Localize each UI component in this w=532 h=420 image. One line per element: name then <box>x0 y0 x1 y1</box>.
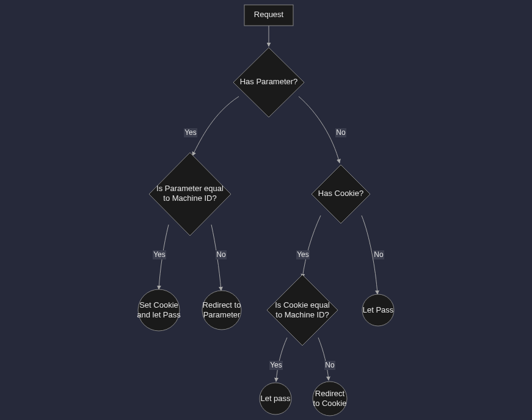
svg-text:Is Parameter equal: Is Parameter equal <box>156 184 224 193</box>
svg-text:to Machine ID?: to Machine ID? <box>275 310 329 319</box>
svg-text:and let Pass: and let Pass <box>137 310 181 319</box>
svg-text:Let pass: Let pass <box>260 394 291 403</box>
edge-hasparameter-no <box>299 96 340 163</box>
edge-cookieequal-yes <box>276 338 287 382</box>
node-set-cookie-and-let-pass: Set Cookie and let Pass <box>137 289 181 331</box>
node-redirect-to-parameter: Redirect to Parameter <box>202 291 241 330</box>
label-paramequal-yes: Yes <box>153 250 166 259</box>
svg-text:Let Pass: Let Pass <box>363 305 394 314</box>
svg-text:to Machine ID?: to Machine ID? <box>163 194 216 203</box>
svg-text:Request: Request <box>254 10 284 19</box>
svg-text:to Cookie: to Cookie <box>313 399 347 408</box>
node-request: Request <box>244 5 293 26</box>
label-cookieequal-yes: Yes <box>270 361 282 369</box>
edge-cookieequal-no <box>318 338 329 380</box>
edge-hascookie-yes <box>302 215 321 278</box>
svg-text:Set Cookie: Set Cookie <box>139 300 178 310</box>
node-redirect-to-cookie: Redirect to Cookie <box>313 382 347 416</box>
svg-text:Has Cookie?: Has Cookie? <box>318 189 363 198</box>
node-let-pass-bottom: Let pass <box>260 383 291 415</box>
label-hasparameter-no: No <box>336 128 346 137</box>
label-cookieequal-no: No <box>325 361 335 369</box>
label-paramequal-no: No <box>216 250 226 259</box>
svg-text:Parameter: Parameter <box>203 310 241 319</box>
label-hascookie-yes: Yes <box>297 250 309 259</box>
svg-text:Redirect to: Redirect to <box>203 300 241 310</box>
svg-text:Is Cookie equal: Is Cookie equal <box>275 300 330 310</box>
node-let-pass-right: Let Pass <box>362 294 394 326</box>
node-has-parameter: Has Parameter? <box>233 48 304 117</box>
label-hascookie-no: No <box>374 250 384 259</box>
svg-text:Has Parameter?: Has Parameter? <box>240 77 298 86</box>
node-is-parameter-equal: Is Parameter equal to Machine ID? <box>149 153 231 236</box>
node-has-cookie: Has Cookie? <box>312 165 370 223</box>
edge-hasparameter-yes <box>192 96 239 156</box>
svg-text:Redirect: Redirect <box>315 389 345 398</box>
node-is-cookie-equal: Is Cookie equal to Machine ID? <box>267 275 338 346</box>
label-hasparameter-yes: Yes <box>184 128 197 137</box>
